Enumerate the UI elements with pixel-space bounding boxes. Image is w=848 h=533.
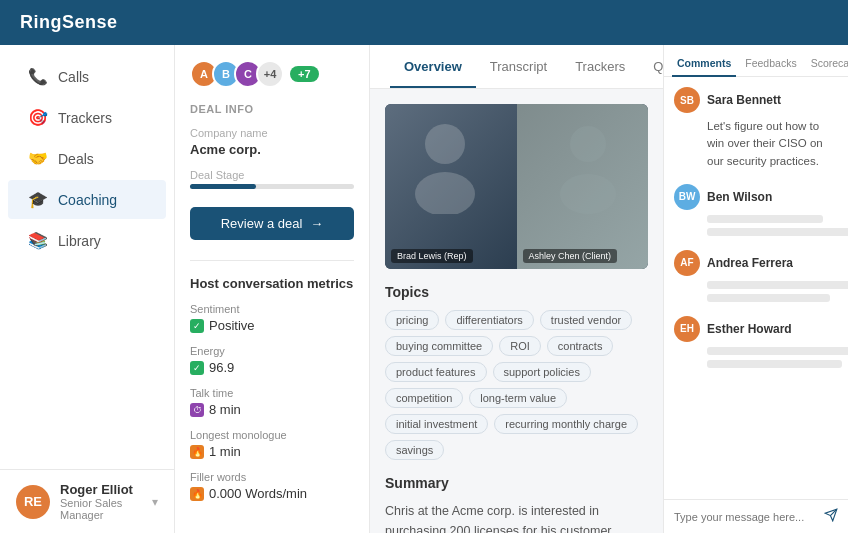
stage-label: Deal Stage <box>190 169 354 181</box>
sidebar-item-calls[interactable]: 📞 Calls <box>8 57 166 96</box>
sidebar-label-coaching: Coaching <box>58 192 117 208</box>
comment-item: SBSara BennettLet's figure out how to wi… <box>674 87 838 170</box>
left-panel: A B C +4 +7 DEAL INFO Company name Acme … <box>175 45 370 533</box>
fire-icon: 🔥 <box>190 445 204 459</box>
sidebar-item-deals[interactable]: 🤝 Deals <box>8 139 166 178</box>
summary-title: Summary <box>385 475 648 491</box>
review-deal-label: Review a deal <box>221 216 303 231</box>
placeholder-line <box>707 347 848 355</box>
tab-transcript[interactable]: Transcript <box>476 47 561 88</box>
comment-name: Sara Bennett <box>707 93 781 107</box>
sidebar-item-trackers[interactable]: 🎯 Trackers <box>8 98 166 137</box>
comment-text: Let's figure out how to win over their C… <box>707 118 838 170</box>
sidebar-nav: 📞 Calls 🎯 Trackers 🤝 Deals 🎓 Coaching 📚 … <box>0 45 174 469</box>
sidebar-label-deals: Deals <box>58 151 94 167</box>
tag[interactable]: buying committee <box>385 336 493 356</box>
trackers-icon: 🎯 <box>28 108 48 127</box>
sentiment-value: ✓ Positive <box>190 318 354 333</box>
placeholder-line <box>707 281 848 289</box>
message-input-area <box>664 499 848 533</box>
tag[interactable]: contracts <box>547 336 614 356</box>
placeholder-line <box>707 215 823 223</box>
comment-header: SBSara Bennett <box>674 87 838 113</box>
right-tab-feedbacks[interactable]: Feedbacks <box>740 53 801 77</box>
filler-value: 🔥 0.000 Words/min <box>190 486 354 501</box>
comments-list: SBSara BennettLet's figure out how to wi… <box>664 77 848 499</box>
sidebar-label-library: Library <box>58 233 101 249</box>
tab-overview[interactable]: Overview <box>390 47 476 88</box>
deals-icon: 🤝 <box>28 149 48 168</box>
review-deal-button[interactable]: Review a deal → <box>190 207 354 240</box>
comment-item: AFAndrea Ferrera <box>674 250 838 302</box>
filler-metric: Filler words 🔥 0.000 Words/min <box>190 471 354 501</box>
top-header: RingSense <box>0 0 848 45</box>
avatar: RE <box>16 485 50 519</box>
tag[interactable]: product features <box>385 362 487 382</box>
energy-label: Energy <box>190 345 354 357</box>
comment-avatar: BW <box>674 184 700 210</box>
fire-icon: 🔥 <box>190 487 204 501</box>
tab-qa[interactable]: Q&A <box>639 47 663 88</box>
video-left: Brad Lewis (Rep) <box>385 104 517 269</box>
content-area: A B C +4 +7 DEAL INFO Company name Acme … <box>175 45 848 533</box>
company-value: Acme corp. <box>190 142 354 157</box>
svg-point-3 <box>560 174 616 214</box>
talk-time-metric: Talk time ⏱ 8 min <box>190 387 354 417</box>
user-role: Senior Sales Manager <box>60 497 142 521</box>
check-icon: ✓ <box>190 319 204 333</box>
arrow-right-icon: → <box>310 216 323 231</box>
tag[interactable]: trusted vendor <box>540 310 632 330</box>
tag[interactable]: long-term value <box>469 388 567 408</box>
user-profile[interactable]: RE Roger Elliot Senior Sales Manager ▾ <box>0 469 174 533</box>
right-tabs: Comments Feedbacks Scorecards Highlights <box>664 45 848 77</box>
placeholder-line <box>707 294 830 302</box>
chevron-down-icon: ▾ <box>152 495 158 509</box>
tabs-bar: Overview Transcript Trackers Q&A Next st… <box>370 45 663 89</box>
sentiment-label: Sentiment <box>190 303 354 315</box>
talk-time-label: Talk time <box>190 387 354 399</box>
tag[interactable]: recurring monthly charge <box>494 414 638 434</box>
tag[interactable]: initial investment <box>385 414 488 434</box>
company-label: Company name <box>190 127 354 139</box>
sidebar-item-coaching[interactable]: 🎓 Coaching <box>8 180 166 219</box>
send-button[interactable] <box>824 508 838 525</box>
tag[interactable]: competition <box>385 388 463 408</box>
participants-row: A B C +4 +7 <box>190 60 354 88</box>
check-icon: ✓ <box>190 361 204 375</box>
monologue-metric: Longest monologue 🔥 1 min <box>190 429 354 459</box>
right-tab-comments[interactable]: Comments <box>672 53 736 77</box>
sidebar-label-trackers: Trackers <box>58 110 112 126</box>
placeholder-line <box>707 360 842 368</box>
sidebar: 📞 Calls 🎯 Trackers 🤝 Deals 🎓 Coaching 📚 … <box>0 45 175 533</box>
comment-avatar: AF <box>674 250 700 276</box>
message-input[interactable] <box>674 511 818 523</box>
placeholder-line <box>707 228 848 236</box>
tag[interactable]: pricing <box>385 310 439 330</box>
video-right: Ashley Chen (Client) <box>517 104 649 269</box>
svg-point-1 <box>415 172 475 214</box>
monologue-label: Longest monologue <box>190 429 354 441</box>
monologue-value: 🔥 1 min <box>190 444 354 459</box>
tag[interactable]: differentiators <box>445 310 533 330</box>
video-thumbnail[interactable]: Brad Lewis (Rep) Ashley Chen (Client) <box>385 104 648 269</box>
divider <box>190 260 354 261</box>
right-tab-scorecards[interactable]: Scorecards <box>806 53 848 77</box>
comment-item: EHEsther Howard <box>674 316 838 368</box>
app-logo: RingSense <box>20 12 118 33</box>
sidebar-item-library[interactable]: 📚 Library <box>8 221 166 260</box>
tag[interactable]: ROI <box>499 336 541 356</box>
user-info: Roger Elliot Senior Sales Manager <box>60 482 142 521</box>
comment-name: Esther Howard <box>707 322 792 336</box>
verified-badge: +7 <box>290 66 319 82</box>
tag[interactable]: support policies <box>493 362 591 382</box>
tag[interactable]: savings <box>385 440 444 460</box>
middle-panel: Overview Transcript Trackers Q&A Next st… <box>370 45 663 533</box>
comment-avatar: SB <box>674 87 700 113</box>
phone-icon: 📞 <box>28 67 48 86</box>
comment-item: BWBen Wilson <box>674 184 838 236</box>
tab-trackers[interactable]: Trackers <box>561 47 639 88</box>
comment-name: Andrea Ferrera <box>707 256 793 270</box>
svg-point-2 <box>570 126 606 162</box>
filler-label: Filler words <box>190 471 354 483</box>
topics-title: Topics <box>385 284 648 300</box>
